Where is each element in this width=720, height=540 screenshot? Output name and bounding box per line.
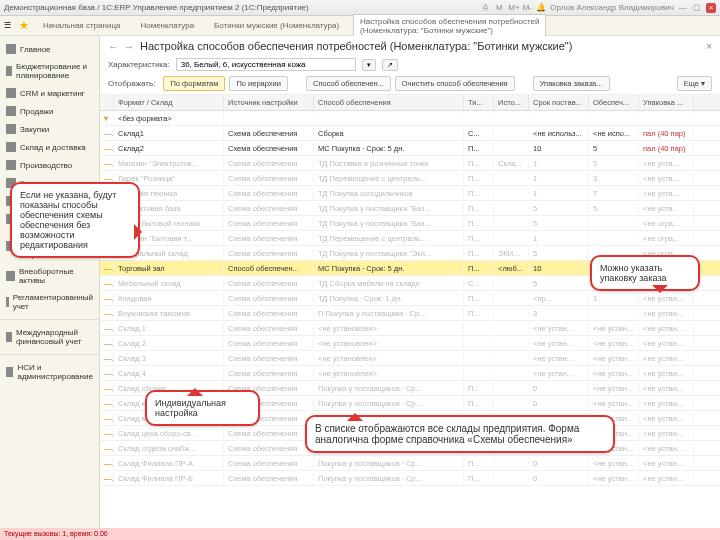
close-panel-icon[interactable]: × xyxy=(706,41,712,52)
col-source[interactable]: Источник настройки xyxy=(224,95,314,110)
sidebar-item[interactable]: Внеоборотные активы xyxy=(0,263,99,289)
callout-bot: В списке отображаются все склады предпри… xyxy=(305,415,615,453)
purchase-icon xyxy=(6,124,16,134)
callout-right: Можно указать упаковку заказа xyxy=(590,255,700,291)
sidebar-item[interactable]: Регламентированный учет xyxy=(0,289,99,315)
table-row[interactable]: —Склад Филиала ПР-АСхема обеспеченияПоку… xyxy=(100,456,720,471)
status-bar: Текущие вызовы: 1, время: 0.06 xyxy=(0,528,720,540)
sidebar-item[interactable]: Бюджетирование и планирование xyxy=(0,58,99,84)
table-row[interactable]: —Магазин "Бытовая т...Схема обеспеченияТ… xyxy=(100,231,720,246)
sales-icon xyxy=(6,106,16,116)
table-row[interactable]: —Магазин "Электротов...Схема обеспечения… xyxy=(100,156,720,171)
by-formats-button[interactable]: По форматам xyxy=(163,76,225,91)
table-row[interactable]: —Склад Филиала ПР-БСхема обеспеченияПоку… xyxy=(100,471,720,486)
sidebar: Главное Бюджетирование и планирование CR… xyxy=(0,36,100,528)
col-icon[interactable] xyxy=(100,95,114,110)
page-title: Настройка способов обеспечения потребнос… xyxy=(140,40,700,52)
maximize-icon[interactable]: ▢ xyxy=(692,3,702,13)
clear-method-button[interactable]: Очистить способ обеспечения xyxy=(395,76,515,91)
table-row[interactable]: —Склад2Схема обеспеченияМС Покупка · Сро… xyxy=(100,141,720,156)
home-icon xyxy=(6,44,16,54)
data-table[interactable]: Формат / Склад Источник настройки Способ… xyxy=(100,95,720,528)
callout-mid: Индивидуальная настройка xyxy=(145,390,260,426)
pack-button[interactable]: Упаковка заказа... xyxy=(533,76,610,91)
table-row[interactable]: —КладоваяСхема обеспеченияТД Покупка · С… xyxy=(100,291,720,306)
titlebar-icons: ⎙ M M+ M- 🔔 Орлов Александр Владимирович… xyxy=(480,3,716,13)
intl-icon xyxy=(6,332,12,342)
sidebar-item[interactable]: CRM и маркетинг xyxy=(0,84,99,102)
char-field[interactable]: 36, Белый, 6, искусственная кожа xyxy=(176,58,356,71)
col-term[interactable]: Срок постав... xyxy=(529,95,589,110)
favorite-icon[interactable]: ★ xyxy=(19,19,29,32)
main-toolbar: ☰ ★ Начальная страница Номенклатура Боти… xyxy=(0,16,720,36)
warehouse-icon xyxy=(6,142,16,152)
sidebar-item[interactable]: Производство xyxy=(0,156,99,174)
table-row[interactable]: —Склад бытовой техникиСхема обеспеченияТ… xyxy=(100,216,720,231)
crm-icon xyxy=(6,88,16,98)
close-icon[interactable]: × xyxy=(706,3,716,13)
app-title: Демонстрационная база / 1С:ERP Управлени… xyxy=(4,3,480,12)
table-row[interactable]: ▾<без формата> xyxy=(100,111,720,126)
more-button[interactable]: Еще ▾ xyxy=(677,76,712,91)
table-row[interactable]: —Склад 2Схема обеспечения<не установлен>… xyxy=(100,336,720,351)
reg-icon xyxy=(6,297,9,307)
table-row[interactable]: —Внуковская таможняСхема обеспеченияП По… xyxy=(100,306,720,321)
sidebar-item[interactable]: Закупки xyxy=(0,120,99,138)
m-plus-icon[interactable]: M+ xyxy=(508,3,518,13)
col-format[interactable]: Формат / Склад xyxy=(114,95,224,110)
char-dropdown-icon[interactable]: ▾ xyxy=(362,59,376,71)
col-method[interactable]: Способ обеспечения xyxy=(314,95,464,110)
table-row[interactable]: —Ларек "Розница"Схема обеспеченияТД Пере… xyxy=(100,171,720,186)
sidebar-item[interactable]: Продажи xyxy=(0,102,99,120)
print-icon[interactable]: ⎙ xyxy=(480,3,490,13)
prod-icon xyxy=(6,160,16,170)
tab-settings[interactable]: Настройка способов обеспечения потребнос… xyxy=(353,14,546,37)
table-row[interactable]: —Склад1Схема обеспеченияСборкаС...<не ис… xyxy=(100,126,720,141)
user-label[interactable]: Орлов Александр Владимирович xyxy=(550,3,674,13)
admin-icon xyxy=(6,367,13,377)
back-icon[interactable]: ← xyxy=(108,41,118,52)
sidebar-item[interactable]: НСИ и администрирование xyxy=(0,359,99,385)
forward-icon[interactable]: → xyxy=(124,41,134,52)
display-label: Отображать: xyxy=(108,79,155,88)
col-pack[interactable]: Упаковка ... xyxy=(639,95,694,110)
method-button[interactable]: Способ обеспечен... xyxy=(306,76,391,91)
budget-icon xyxy=(6,66,12,76)
tab-start[interactable]: Начальная страница xyxy=(37,19,126,32)
table-row[interactable]: —Склад 4Схема обеспечения<не установлен>… xyxy=(100,366,720,381)
minimize-icon[interactable]: — xyxy=(678,3,688,13)
table-row[interactable]: —Бытовая техникаСхема обеспеченияТД Поку… xyxy=(100,186,720,201)
table-row[interactable]: —Склад 3Схема обеспечения<не установлен>… xyxy=(100,351,720,366)
char-label: Характеристика: xyxy=(108,60,170,69)
by-hierarchy-button[interactable]: По иерархии xyxy=(229,76,288,91)
assets-icon xyxy=(6,271,15,281)
m-icon[interactable]: M xyxy=(494,3,504,13)
table-header: Формат / Склад Источник настройки Способ… xyxy=(100,95,720,111)
bell-icon[interactable]: 🔔 xyxy=(536,3,546,13)
sidebar-item[interactable]: Главное xyxy=(0,40,99,58)
m-minus-icon[interactable]: M- xyxy=(522,3,532,13)
table-row[interactable]: —Продуктовая базаСхема обеспеченияТД Пок… xyxy=(100,201,720,216)
char-open-icon[interactable]: ↗ xyxy=(382,59,398,71)
col-src[interactable]: Исто... xyxy=(494,95,529,110)
callout-left: Если не указана, будут показаны способы … xyxy=(10,182,140,258)
tab-boots[interactable]: Ботинки мужские (Номенклатура) xyxy=(208,19,345,32)
table-row[interactable]: —Склад 1Схема обеспечения<не установлен>… xyxy=(100,321,720,336)
col-type[interactable]: Ти... xyxy=(464,95,494,110)
tab-nomenclature[interactable]: Номенклатура xyxy=(134,19,200,32)
sidebar-item[interactable]: Международный финансовый учет xyxy=(0,324,99,350)
sidebar-item[interactable]: Склад и доставка xyxy=(0,138,99,156)
menu-icon[interactable]: ☰ xyxy=(4,21,11,30)
col-provide[interactable]: Обеспеч... xyxy=(589,95,639,110)
